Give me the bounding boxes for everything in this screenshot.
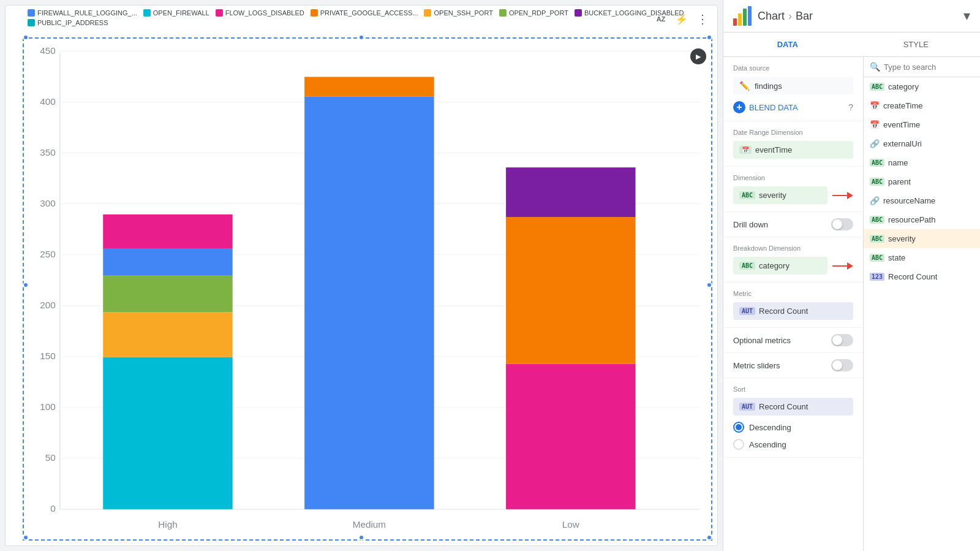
field-item-category[interactable]: ABC category [864,77,980,96]
optional-metrics-toggle[interactable] [831,334,853,346]
field-item-record-count[interactable]: 123 Record Count [864,267,980,286]
edit-icon: ✏️ [739,81,750,91]
az-sort-button[interactable]: AZ [652,10,669,28]
panel-tabs: DATA STYLE [723,32,980,57]
resize-handle-tl[interactable] [23,34,29,40]
resize-handle-ml[interactable] [23,282,29,288]
right-panel: Chart › Bar ▾ DATA STYLE Data source ✏️ … [723,0,980,551]
legend-swatch-8 [28,19,35,26]
drill-down-toggle[interactable] [831,218,853,230]
field-item-externaluri[interactable]: 🔗 externalUri [864,134,980,153]
blend-data-row[interactable]: + BLEND DATA ? [733,101,853,113]
legend-swatch-6 [499,9,507,17]
ascending-label: Ascending [749,440,786,449]
descending-radio[interactable] [733,422,744,433]
resize-handle-br[interactable] [706,534,712,541]
descending-label: Descending [749,423,791,432]
search-icon: 🔍 [870,62,880,72]
chart-toolbar: AZ ⚡ ⋮ [652,10,711,28]
field-item-eventtime[interactable]: 📅 eventTime [864,115,980,134]
available-fields-panel: 🔍 ABC category 📅 createTime [864,57,980,551]
sort-label: Sort [733,386,853,393]
legend-swatch-7 [575,9,582,17]
breakdown-label: Breakdown Dimension [733,245,853,252]
dimension-arrow [832,192,853,199]
dimension-field-icon: ABC [739,191,755,199]
legend-label-3: FLOW_LOGS_DISABLED [225,9,304,17]
panel-body: Data source ✏️ findings + BLEND DATA ? D… [723,57,980,551]
data-source-name: findings [755,82,782,91]
legend-swatch-4 [311,9,318,17]
legend-swatch-2 [143,9,151,17]
sort-field[interactable]: AUT Record Count [733,398,853,416]
search-input[interactable] [884,63,974,72]
data-source-section: Data source ✏️ findings + BLEND DATA ? [723,57,863,121]
date-range-field-icon: 📅 [739,146,752,154]
legend-item: PRIVATE_GOOGLE_ACCESS... [311,9,418,17]
chart-icon [733,6,752,26]
field-type-cal: 📅 [870,120,880,129]
date-range-field-name: eventTime [755,145,792,154]
bar-low-purple [506,167,635,217]
dimension-field[interactable]: ABC severity [733,186,827,204]
field-type-abc: ABC [870,159,884,167]
blend-data-help-icon[interactable]: ? [848,102,853,112]
svg-text:Medium: Medium [353,520,386,530]
svg-text:200: 200 [40,301,55,310]
date-range-label: Date Range Dimension [733,129,853,136]
field-item-state[interactable]: ABC state [864,248,980,267]
field-name: resourceName [883,196,935,205]
bolt-button[interactable]: ⚡ [673,10,690,28]
tab-style[interactable]: STYLE [852,32,981,56]
bar-high-blue [103,249,232,275]
field-name: severity [888,234,916,243]
field-name: createTime [883,101,923,110]
field-name: Record Count [888,272,937,281]
resize-handle-bm[interactable] [358,534,364,541]
fields-search-bar: 🔍 [864,57,980,77]
sort-section: Sort AUT Record Count Descending [723,378,863,458]
play-button[interactable]: ▶ [690,48,706,64]
chart-legend: FIREWALL_RULE_LOGGING_... OPEN_FIREWALL … [6,6,717,29]
resize-handle-bl[interactable] [23,534,29,541]
field-item-name[interactable]: ABC name [864,153,980,172]
field-name: eventTime [883,120,920,129]
panel-chevron[interactable]: ▾ [963,8,970,24]
sort-field-name: Record Count [759,402,808,411]
metric-sliders-row: Metric sliders [733,359,853,371]
metric-sliders-label: Metric sliders [733,361,780,370]
field-type-abc: ABC [870,235,884,243]
breakdown-field[interactable]: ABC category [733,257,827,275]
field-item-severity[interactable]: ABC severity [864,229,980,248]
legend-label-1: FIREWALL_RULE_LOGGING_... [37,9,137,17]
data-source-row[interactable]: ✏️ findings [733,77,853,95]
ascending-row: Ascending [733,439,853,450]
field-type-link: 🔗 [870,139,880,148]
resize-handle-mr[interactable] [706,282,712,288]
field-name: resourcePath [888,215,935,224]
legend-swatch-1 [28,9,35,17]
metric-field[interactable]: AUT Record Count [733,302,853,320]
ascending-radio[interactable] [733,439,744,450]
field-item-resourcepath[interactable]: ABC resourcePath [864,210,980,229]
panel-title: Chart [758,10,785,23]
field-list: ABC category 📅 createTime 📅 eventTime [864,77,980,551]
svg-text:100: 100 [40,403,55,412]
legend-label-8: PUBLIC_IP_ADDRESS [37,19,108,26]
tab-data[interactable]: DATA [723,32,852,56]
resize-handle-tr[interactable] [706,34,712,40]
more-button[interactable]: ⋮ [694,10,711,28]
date-range-field[interactable]: 📅 eventTime [733,141,853,159]
config-panel: Data source ✏️ findings + BLEND DATA ? D… [723,57,864,551]
field-item-resourcename[interactable]: 🔗 resourceName [864,191,980,210]
resize-handle-tm[interactable] [358,34,364,40]
metric-sliders-toggle[interactable] [831,359,853,371]
panel-subtitle: Bar [796,10,813,23]
chart-container: AZ ⚡ ⋮ ▶ FIREWALL_RULE_LOGGING_... OPEN_… [5,5,718,546]
field-item-createtime[interactable]: 📅 createTime [864,96,980,115]
bar-high-green [103,275,232,312]
field-item-parent[interactable]: ABC parent [864,172,980,191]
metric-sliders-section: Metric sliders [723,353,863,378]
legend-label-5: OPEN_SSH_PORT [434,9,492,17]
bar-high-pink [103,215,232,249]
